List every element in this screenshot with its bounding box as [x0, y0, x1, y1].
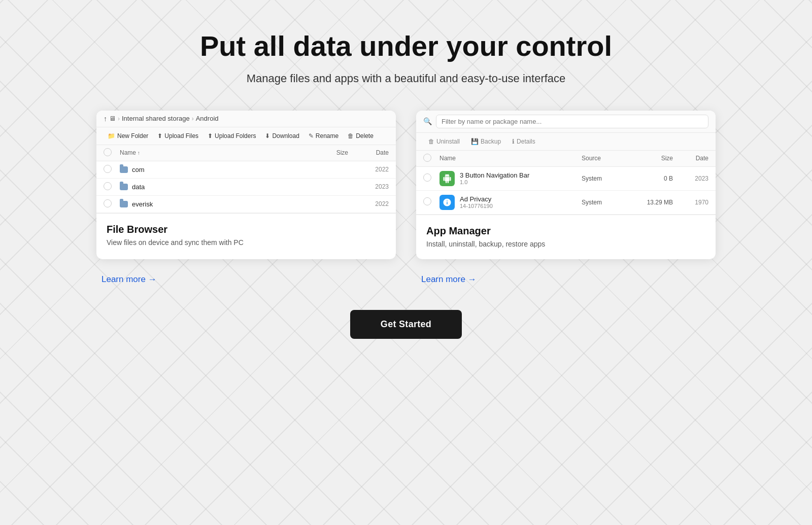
am-date-col-header[interactable]: Date — [673, 155, 708, 162]
breadcrumb-storage[interactable]: Internal shared storage — [122, 115, 190, 122]
app-manager-title: App Manager — [426, 225, 705, 237]
delete-label: Delete — [356, 132, 374, 139]
app-manager-learn-more[interactable]: Learn more → — [416, 274, 716, 285]
rename-button[interactable]: ✎ Rename — [304, 130, 343, 142]
delete-button[interactable]: 🗑 Delete — [344, 130, 378, 142]
file-name: com — [132, 166, 145, 173]
fb-actions-bar: 📁 New Folder ⬆ Upload Files ⬆ Upload Fol… — [96, 127, 396, 145]
cards-row: ↑ 🖥 › Internal shared storage › Android … — [51, 111, 761, 259]
select-all-checkbox[interactable] — [104, 148, 112, 156]
file-browser-learn-more[interactable]: Learn more → — [96, 274, 396, 285]
app-manager-card: 🔍 🗑 Uninstall 💾 Backup ℹ Detail — [416, 111, 716, 259]
file-browser-card-info: File Browser View files on device and sy… — [96, 214, 396, 258]
details-button[interactable]: ℹ Details — [507, 136, 540, 147]
file-browser-card: ↑ 🖥 › Internal shared storage › Android … — [96, 111, 396, 259]
table-row[interactable]: com 2022 — [96, 161, 396, 179]
file-date: 2022 — [348, 200, 389, 207]
hero-subtitle: Manage files and apps with a beautiful a… — [247, 72, 566, 85]
folder-icon — [120, 201, 128, 207]
download-label: Download — [272, 132, 299, 139]
app-source: System — [582, 175, 627, 182]
am-select-all-checkbox[interactable] — [423, 154, 431, 162]
folder-icon — [120, 184, 128, 190]
fb-date-col-header[interactable]: Date — [348, 149, 389, 156]
app-name: Ad Privacy — [460, 195, 493, 203]
app-manager-card-info: App Manager Install, uninstall, backup, … — [416, 215, 716, 259]
file-browser-title: File Browser — [107, 224, 386, 235]
drive-icon: 🖥 — [109, 115, 116, 122]
table-row[interactable]: Ad Privacy 14-10776190 System 13.29 MB 1… — [416, 191, 716, 215]
app-date: 1970 — [673, 199, 708, 206]
row-checkbox[interactable] — [104, 199, 112, 207]
upload-folders-button[interactable]: ⬆ Upload Folders — [204, 130, 260, 142]
row-checkbox[interactable] — [423, 197, 431, 205]
file-browser-panel: ↑ 🖥 › Internal shared storage › Android … — [96, 111, 396, 214]
app-manager-desc: Install, uninstall, backup, restore apps — [426, 240, 705, 248]
upload-folders-icon: ⬆ — [208, 132, 213, 139]
backup-icon: 💾 — [471, 138, 479, 145]
am-source-col-header[interactable]: Source — [582, 155, 627, 162]
details-icon: ℹ — [512, 138, 515, 145]
am-table-header: Name Source Size Date — [416, 151, 716, 167]
fb-breadcrumb-bar: ↑ 🖥 › Internal shared storage › Android — [96, 111, 396, 127]
up-icon[interactable]: ↑ — [104, 115, 107, 123]
fb-name-col-header[interactable]: Name — [120, 149, 308, 156]
fb-table-header: Name Size Date — [96, 145, 396, 161]
hero-title: Put all data under your control — [200, 30, 612, 62]
breadcrumb-folder[interactable]: Android — [196, 115, 219, 122]
am-search-bar: 🔍 — [416, 111, 716, 133]
fb-check-col — [104, 148, 120, 158]
backup-label: Backup — [481, 138, 501, 145]
app-size: 13.29 MB — [627, 199, 673, 206]
delete-icon: 🗑 — [348, 132, 354, 139]
app-source: System — [582, 199, 627, 206]
app-date: 2023 — [673, 175, 708, 182]
table-row[interactable]: 3 Button Navigation Bar 1.0 System 0 B 2… — [416, 167, 716, 191]
app-size: 0 B — [627, 175, 673, 182]
download-button[interactable]: ⬇ Download — [261, 130, 303, 142]
app-manager-panel: 🔍 🗑 Uninstall 💾 Backup ℹ Detail — [416, 111, 716, 215]
fb-size-col-header[interactable]: Size — [308, 149, 348, 156]
uninstall-icon: 🗑 — [428, 138, 434, 145]
file-name: data — [132, 183, 145, 191]
breadcrumb-sep1: › — [118, 115, 120, 122]
upload-files-button[interactable]: ⬆ Upload Files — [153, 130, 202, 142]
file-browser-desc: View files on device and sync them with … — [107, 238, 386, 247]
file-name: everisk — [132, 200, 153, 208]
download-icon: ⬇ — [265, 132, 270, 139]
details-label: Details — [517, 138, 535, 145]
row-checkbox[interactable] — [104, 182, 112, 190]
app-icon — [439, 171, 455, 186]
app-version: 14-10776190 — [460, 203, 493, 209]
new-folder-button[interactable]: 📁 New Folder — [104, 130, 152, 142]
rename-label: Rename — [316, 132, 339, 139]
new-folder-label: New Folder — [117, 132, 148, 139]
upload-files-label: Upload Files — [164, 132, 198, 139]
search-icon: 🔍 — [423, 117, 432, 125]
table-row[interactable]: data 2023 — [96, 179, 396, 196]
search-input[interactable] — [436, 115, 708, 128]
am-name-col-header[interactable]: Name — [439, 155, 582, 162]
row-checkbox[interactable] — [104, 165, 112, 173]
am-check-col — [423, 154, 439, 163]
app-icon — [439, 195, 455, 210]
am-actions-bar: 🗑 Uninstall 💾 Backup ℹ Details — [416, 133, 716, 151]
uninstall-label: Uninstall — [436, 138, 460, 145]
app-version: 1.0 — [460, 179, 529, 185]
get-started-button[interactable]: Get Started — [350, 310, 462, 339]
uninstall-button[interactable]: 🗑 Uninstall — [423, 136, 465, 147]
row-checkbox[interactable] — [423, 173, 431, 182]
file-date: 2022 — [348, 166, 389, 173]
app-name: 3 Button Navigation Bar — [460, 171, 529, 179]
upload-folders-label: Upload Folders — [215, 132, 256, 139]
breadcrumb-sep2: › — [192, 115, 194, 122]
folder-icon — [120, 166, 128, 173]
learn-more-row: Learn more → Learn more → — [51, 274, 761, 285]
new-folder-icon: 📁 — [108, 132, 115, 139]
rename-icon: ✎ — [309, 132, 314, 139]
am-size-col-header[interactable]: Size — [627, 155, 673, 162]
file-date: 2023 — [348, 183, 389, 190]
upload-files-icon: ⬆ — [157, 132, 162, 139]
backup-button[interactable]: 💾 Backup — [466, 136, 506, 147]
table-row[interactable]: everisk 2022 — [96, 196, 396, 213]
